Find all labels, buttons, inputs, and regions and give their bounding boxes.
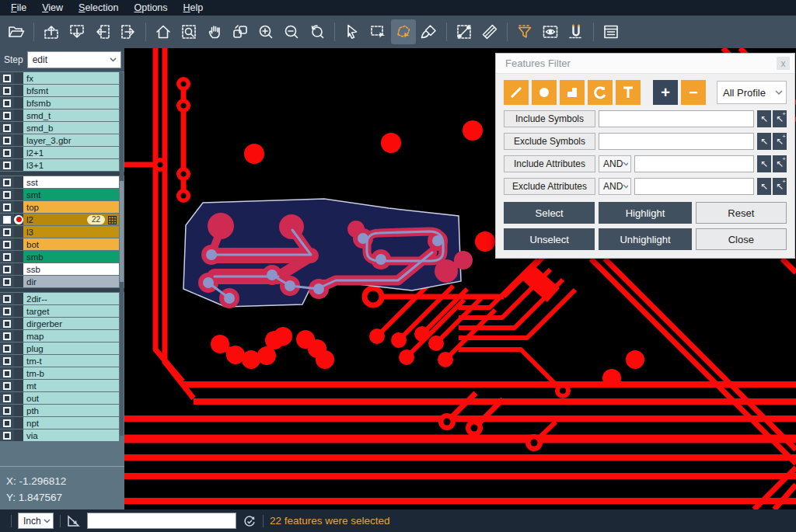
filter-line-icon[interactable] <box>504 80 529 105</box>
exclude-symbols-button[interactable]: Exclude Symbols <box>504 133 595 150</box>
highlight-button[interactable]: Highlight <box>599 202 691 224</box>
layer-visibility-checkbox[interactable] <box>0 417 14 429</box>
pan-left-icon[interactable] <box>90 19 115 44</box>
features-filter-icon[interactable] <box>512 19 537 44</box>
include-attributes-operator-dropdown[interactable]: AND <box>599 155 631 172</box>
layer-visibility-checkbox[interactable] <box>0 355 14 367</box>
layer-visibility-checkbox[interactable] <box>0 238 14 250</box>
filter-remove-button[interactable]: − <box>681 80 706 105</box>
layer-visibility-checkbox[interactable] <box>0 72 14 84</box>
layer-item-bfsmt[interactable]: bfsmt <box>23 85 119 96</box>
layer-item-layer_3.gbr[interactable]: layer_3.gbr <box>23 134 119 146</box>
pan-down-icon[interactable] <box>65 19 89 44</box>
layer-item-out[interactable]: out <box>23 392 119 404</box>
layer-item-tm-t[interactable]: tm-t <box>23 355 119 367</box>
zoom-window-icon[interactable] <box>176 19 201 44</box>
layer-item-sst[interactable]: sst <box>23 176 119 188</box>
include-attributes-button[interactable]: Include Attributes <box>504 155 595 172</box>
layer-item-l3[interactable]: l3 <box>23 226 119 238</box>
exclude-attributes-operator-dropdown[interactable]: AND <box>599 178 631 195</box>
layer-item-via[interactable]: via <box>23 429 119 441</box>
layer-item-map[interactable]: map <box>23 330 119 342</box>
reset-button[interactable]: Reset <box>696 202 787 224</box>
active-layer-indicator-cell[interactable] <box>14 134 23 146</box>
layer-visibility-checkbox[interactable] <box>0 122 14 134</box>
menu-selection[interactable]: Selection <box>71 1 126 15</box>
layer-visibility-checkbox[interactable] <box>0 380 14 391</box>
active-layer-indicator-cell[interactable] <box>14 159 23 171</box>
pick-symbol-add-icon[interactable]: ↖+ <box>773 110 787 127</box>
layer-visibility-checkbox[interactable] <box>0 405 14 416</box>
dialog-close-icon[interactable]: x <box>777 57 790 70</box>
layer-visibility-checkbox[interactable] <box>0 276 14 287</box>
exclude-attributes-input[interactable] <box>634 178 754 195</box>
command-input[interactable] <box>87 513 236 529</box>
layer-item-l2+1[interactable]: l2+1 <box>23 147 119 158</box>
layer-item-ssb[interactable]: ssb <box>23 263 119 275</box>
select-pointer-icon[interactable] <box>340 19 365 44</box>
pick-attribute-add-icon[interactable]: ↖+ <box>773 155 787 172</box>
layer-item-smd_t[interactable]: smd_t <box>23 110 119 121</box>
layer-visibility-checkbox[interactable] <box>0 392 14 404</box>
layer-visibility-checkbox[interactable] <box>0 147 14 158</box>
layer-visibility-checkbox[interactable] <box>0 342 14 354</box>
active-layer-indicator-cell[interactable] <box>14 417 23 429</box>
snap-angle-icon[interactable] <box>67 515 81 527</box>
layer-visibility-checkbox[interactable] <box>0 330 14 342</box>
active-layer-indicator-cell[interactable] <box>14 238 23 250</box>
menu-file[interactable]: File <box>3 1 34 15</box>
active-layer-indicator-cell[interactable] <box>14 72 23 84</box>
step-dropdown[interactable]: edit <box>27 51 121 68</box>
filter-arc-icon[interactable] <box>588 80 613 105</box>
layer-item-plug[interactable]: plug <box>23 342 119 354</box>
layer-item-pth[interactable]: pth <box>23 405 119 416</box>
layer-item-l3+1[interactable]: l3+1 <box>23 159 119 171</box>
active-layer-indicator-cell[interactable] <box>14 355 23 367</box>
pan-hand-icon[interactable] <box>202 19 227 44</box>
units-dropdown[interactable]: Inch <box>18 513 54 529</box>
active-layer-indicator-cell[interactable] <box>14 276 23 287</box>
pick-symbol-add-icon[interactable]: ↖+ <box>773 133 787 150</box>
menu-view[interactable]: View <box>34 1 71 15</box>
layer-item-bot[interactable]: bot <box>23 238 119 250</box>
layer-item-smb[interactable]: smb <box>23 251 119 263</box>
layer-item-fx[interactable]: fx <box>23 72 119 84</box>
active-layer-indicator-cell[interactable] <box>14 405 23 416</box>
include-attributes-input[interactable] <box>634 155 754 172</box>
active-layer-indicator-cell[interactable] <box>14 147 23 158</box>
profile-dropdown[interactable]: All Profile <box>717 81 787 104</box>
layer-visibility-checkbox[interactable] <box>0 293 14 304</box>
active-layer-indicator-cell[interactable] <box>14 85 23 96</box>
select-button[interactable]: Select <box>504 202 595 224</box>
layer-visibility-checkbox[interactable] <box>0 201 14 213</box>
layer-visibility-checkbox[interactable] <box>0 189 14 200</box>
include-symbols-button[interactable]: Include Symbols <box>504 110 595 127</box>
layer-grid-icon[interactable] <box>108 216 117 224</box>
exclude-attributes-button[interactable]: Exclude Attributes <box>504 178 595 195</box>
measure-points-icon[interactable] <box>452 19 477 44</box>
layer-visibility-checkbox[interactable] <box>0 367 14 379</box>
filter-surface-icon[interactable] <box>560 80 585 105</box>
active-layer-indicator-cell[interactable] <box>14 305 23 317</box>
active-layer-indicator-cell[interactable] <box>14 342 23 354</box>
unselect-button[interactable]: Unselect <box>504 228 595 250</box>
active-layer-indicator-cell[interactable] <box>14 330 23 342</box>
layer-item-smd_b[interactable]: smd_b <box>23 122 119 134</box>
layer-visibility-checkbox[interactable] <box>0 214 14 225</box>
zoom-in-icon[interactable] <box>253 19 278 44</box>
refresh-icon[interactable] <box>243 514 257 528</box>
zoom-out-icon[interactable] <box>279 19 304 44</box>
filter-add-button[interactable]: + <box>653 80 678 105</box>
pan-right-icon[interactable] <box>116 19 141 44</box>
unhighlight-button[interactable]: Unhighlight <box>599 228 691 250</box>
layer-item-mt[interactable]: mt <box>23 380 119 391</box>
show-hide-icon[interactable] <box>538 19 563 44</box>
home-view-icon[interactable] <box>151 19 176 44</box>
active-layer-indicator-cell[interactable] <box>14 176 23 188</box>
open-folder-icon[interactable] <box>4 19 29 44</box>
zoom-previous-icon[interactable] <box>305 19 330 44</box>
layer-visibility-checkbox[interactable] <box>0 305 14 317</box>
layer-visibility-checkbox[interactable] <box>0 226 14 238</box>
menu-help[interactable]: Help <box>176 1 211 15</box>
pick-attribute-icon[interactable]: ↖ <box>757 178 771 195</box>
